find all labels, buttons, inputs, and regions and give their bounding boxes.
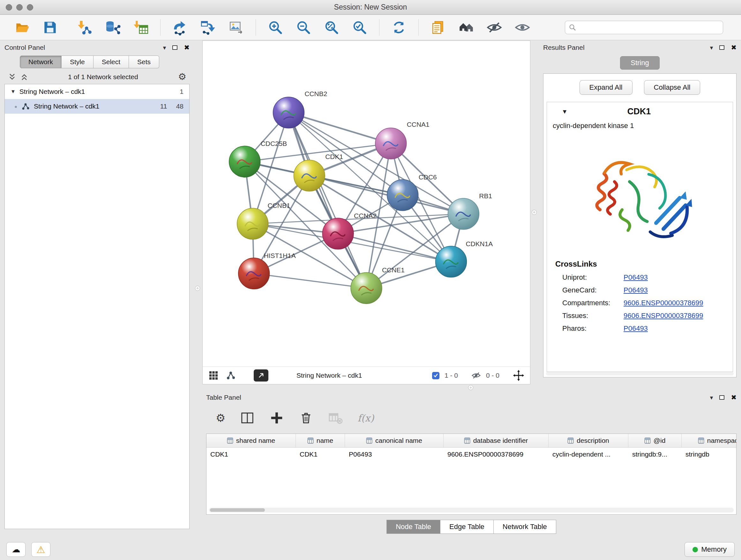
table-horizontal-scrollbar[interactable]: [209, 508, 734, 512]
network-from-table-icon[interactable]: [198, 17, 218, 37]
tree-expand-icon[interactable]: ▼: [10, 89, 16, 95]
panel-menu-icon[interactable]: ▾: [710, 394, 713, 401]
network-canvas[interactable]: CCNB2CCNA1CDC25BCDK1CDC6RB1CCNB1CCNA2CDK…: [203, 41, 530, 367]
close-panel-icon[interactable]: ✖: [184, 44, 190, 51]
table-cell[interactable]: stringdb: [682, 448, 737, 461]
network-collection-row[interactable]: ▼ String Network – cdk1 1: [5, 84, 189, 99]
table-cell[interactable]: CDK1: [206, 448, 296, 461]
node-RB1[interactable]: RB1: [448, 192, 492, 230]
splitter-handle[interactable]: [468, 385, 473, 390]
table-cell[interactable]: cyclin-dependent ...: [549, 448, 628, 461]
crosslink-value-link[interactable]: 9606.ENSP00000378699: [623, 299, 703, 307]
close-window-button[interactable]: [6, 4, 12, 10]
table-cell[interactable]: stringdb:9...: [628, 448, 682, 461]
tab-sets[interactable]: Sets: [129, 56, 159, 68]
collapse-gene-icon[interactable]: ▼: [562, 108, 568, 115]
show-graphics-details-icon[interactable]: [513, 17, 532, 37]
import-table-file-icon[interactable]: [131, 17, 151, 37]
close-panel-icon[interactable]: ✖: [731, 394, 737, 401]
column-header-3[interactable]: database identifier: [444, 434, 549, 447]
documents-icon[interactable]: [428, 17, 448, 37]
column-header-4[interactable]: description: [549, 434, 628, 447]
node-CDKN1A[interactable]: CDKN1A: [435, 240, 493, 277]
edge-CDK1-RB1[interactable]: [309, 176, 463, 214]
cloud-icon[interactable]: ☁: [6, 542, 25, 557]
column-header-5[interactable]: @id: [628, 434, 682, 447]
hide-graphics-details-icon[interactable]: [484, 17, 504, 37]
move-crosshair-icon[interactable]: [513, 370, 524, 381]
search-input[interactable]: [579, 23, 719, 31]
node-CCNA1[interactable]: CCNA1: [375, 121, 429, 159]
panel-menu-icon[interactable]: ▾: [163, 44, 166, 51]
node-HIST1H1A[interactable]: HIST1H1A: [239, 252, 296, 289]
crosslink-value-link[interactable]: P06493: [623, 324, 648, 333]
grid-icon[interactable]: [208, 370, 219, 381]
open-session-icon[interactable]: [12, 17, 32, 37]
zoom-window-button[interactable]: [27, 4, 33, 10]
table-cell[interactable]: P06493: [345, 448, 444, 461]
expand-all-button[interactable]: Expand All: [580, 80, 632, 95]
expand-all-networks-icon[interactable]: [8, 73, 16, 81]
network-row[interactable]: ● String Network – cdk1 11 48: [5, 99, 189, 114]
function-builder-icon[interactable]: f(x): [357, 413, 374, 424]
warning-icon[interactable]: ⚠: [31, 542, 51, 557]
gear-icon[interactable]: ⚙: [178, 72, 186, 81]
panel-menu-icon[interactable]: ▾: [710, 44, 713, 51]
table-gear-icon[interactable]: ⚙: [216, 413, 225, 423]
import-network-file-icon[interactable]: [75, 17, 94, 37]
edge-CCNB2-CCNE1[interactable]: [288, 113, 366, 288]
tab-string[interactable]: String: [620, 56, 659, 70]
scrollbar-thumb[interactable]: [210, 508, 265, 512]
edge-HIST1H1A-CCNE1[interactable]: [254, 273, 366, 288]
results-scrollbar[interactable]: [546, 372, 734, 375]
eye-slash-icon[interactable]: [471, 371, 481, 380]
import-network-database-icon[interactable]: [103, 17, 123, 37]
zoom-out-icon[interactable]: [293, 17, 313, 37]
delete-column-icon[interactable]: [299, 411, 313, 425]
minimize-window-button[interactable]: [16, 4, 23, 10]
collapse-all-button[interactable]: Collapse All: [644, 80, 700, 95]
tab-network-table[interactable]: Network Table: [494, 520, 556, 534]
crosslink-value-link[interactable]: P06493: [623, 273, 648, 282]
columns-icon[interactable]: [240, 411, 255, 425]
tab-edge-table[interactable]: Edge Table: [441, 520, 494, 534]
table-cell[interactable]: CDK1: [296, 448, 345, 461]
column-header-1[interactable]: name: [296, 434, 345, 447]
apply-layout-icon[interactable]: [389, 17, 409, 37]
selected-checkbox[interactable]: [432, 372, 440, 379]
float-panel-icon[interactable]: [719, 45, 724, 50]
crosslink-value-link[interactable]: 9606.ENSP00000378699: [623, 312, 703, 320]
tab-select[interactable]: Select: [93, 56, 129, 68]
splitter-handle[interactable]: [532, 210, 537, 215]
gene-section-header[interactable]: ▼ CDK1: [547, 102, 733, 119]
table-cell[interactable]: 9606.ENSP00000378699: [444, 448, 549, 461]
node-CDK1[interactable]: CDK1: [293, 153, 343, 191]
node-CCNB1[interactable]: CCNB1: [237, 202, 290, 240]
close-panel-icon[interactable]: ✖: [731, 44, 737, 51]
save-session-icon[interactable]: [40, 17, 60, 37]
new-network-from-selection-icon[interactable]: [170, 17, 190, 37]
export-image-icon[interactable]: [226, 17, 246, 37]
tab-node-table[interactable]: Node Table: [387, 520, 441, 534]
add-column-icon[interactable]: [269, 411, 284, 425]
tab-network[interactable]: Network: [20, 56, 62, 68]
network-graph[interactable]: CCNB2CCNA1CDC25BCDK1CDC6RB1CCNB1CCNA2CDK…: [203, 41, 530, 367]
float-panel-icon[interactable]: [719, 395, 724, 400]
edge-CCNB2-CCNA1[interactable]: [288, 113, 391, 144]
tab-style[interactable]: Style: [62, 56, 93, 68]
share-icon[interactable]: [226, 370, 236, 381]
column-header-6[interactable]: namespace: [682, 434, 737, 447]
column-header-2[interactable]: canonical name: [345, 434, 444, 447]
memory-button[interactable]: Memory: [684, 542, 735, 557]
float-panel-icon[interactable]: [172, 45, 178, 50]
search-box[interactable]: [565, 21, 723, 34]
collapse-all-networks-icon[interactable]: [20, 73, 28, 81]
zoom-fit-icon[interactable]: [322, 17, 341, 37]
external-link-button[interactable]: [254, 369, 268, 381]
zoom-selected-icon[interactable]: [350, 17, 369, 37]
splitter-handle[interactable]: [195, 286, 200, 291]
table-row[interactable]: CDK1CDK1P064939606.ENSP00000378699cyclin…: [206, 448, 736, 461]
crosslink-value-link[interactable]: P06493: [623, 286, 648, 294]
column-header-0[interactable]: shared name: [206, 434, 296, 447]
home-icon[interactable]: [456, 17, 476, 37]
